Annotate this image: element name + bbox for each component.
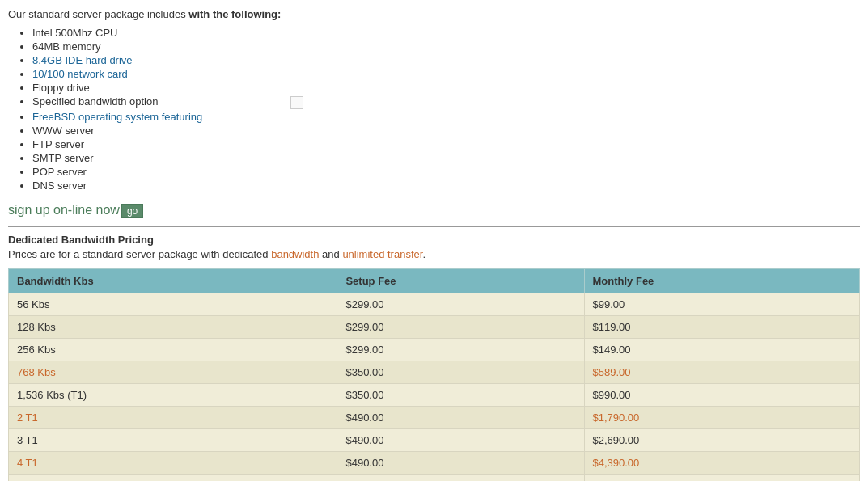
list-item: 10/100 network card [32,68,860,80]
freebsd-link[interactable]: FreeBSD operating system featuring [32,111,202,123]
list-item: DNS server [32,179,860,192]
intro-text-before: Our standard server package includes [8,8,188,20]
list-item: 64MB memory [32,40,860,53]
list-item: POP server [32,166,860,178]
col-header-setup: Setup Fee [337,268,584,293]
cell-bandwidth: 2 T1 [9,406,337,428]
list-item: Specified bandwidth option [32,95,860,109]
cell-bandwidth: 5 T1 [9,474,337,481]
list-item: Intel 500Mhz CPU [32,27,860,39]
list-item: SMTP server [32,152,860,164]
list-item: FTP server [32,138,860,150]
intro-text-bold: with the following: [188,8,281,20]
cell-monthly-fee: $119.00 [584,315,860,338]
cell-monthly-fee: $99.00 [584,293,860,315]
cell-monthly-fee: $4,390.00 [584,474,860,481]
section-divider [8,226,860,227]
intro-paragraph: Our standard server package includes wit… [8,8,860,20]
cell-setup-fee: $490.00 [337,406,584,428]
cell-bandwidth: 768 Kbs [9,361,337,383]
cell-monthly-fee: $149.00 [584,338,860,361]
cell-bandwidth: 4 T1 [9,451,337,474]
signup-section: sign up on-line nowgo [8,203,860,218]
cell-bandwidth: 128 Kbs [9,315,337,338]
cell-monthly-fee: $2,690.00 [584,428,860,451]
list-item: FreeBSD operating system featuring [32,111,860,123]
cell-monthly-fee: $589.00 [584,361,860,383]
hard-drive-link[interactable]: 8.4GB IDE hard drive [32,54,133,66]
table-row: 256 Kbs$299.00$149.00 [9,338,860,361]
cell-setup-fee: $299.00 [337,338,584,361]
cell-setup-fee: $350.00 [337,383,584,406]
cell-monthly-fee: $990.00 [584,383,860,406]
table-row: 4 T1$490.00$4,390.00 [9,451,860,474]
feature-list: Intel 500Mhz CPU 64MB memory 8.4GB IDE h… [32,27,860,192]
list-item: WWW server [32,124,860,137]
cell-monthly-fee: $4,390.00 [584,451,860,474]
pricing-table: Bandwidth Kbs Setup Fee Monthly Fee 56 K… [8,268,860,481]
subtitle-text-after: . [422,248,426,260]
cell-bandwidth: 56 Kbs [9,293,337,315]
cell-monthly-fee: $1,790.00 [584,406,860,428]
table-row: 2 T1$490.00$1,790.00 [9,406,860,428]
cell-setup-fee: $299.00 [337,315,584,338]
subtitle-text-middle: and [319,248,342,260]
list-item: Floppy drive [32,82,860,94]
table-row: 768 Kbs$350.00$589.00 [9,361,860,383]
table-row: 128 Kbs$299.00$119.00 [9,315,860,338]
col-header-monthly: Monthly Fee [584,268,860,293]
unlimited-transfer-link[interactable]: unlimited transfer [342,248,422,260]
signup-text: sign up on-line now [8,203,120,217]
cell-setup-fee: $490.00 [337,428,584,451]
cell-bandwidth: 256 Kbs [9,338,337,361]
placeholder-image [290,95,303,109]
cell-setup-fee: $490.00 [337,451,584,474]
network-card-link[interactable]: 10/100 network card [32,68,128,80]
cell-setup-fee: $299.00 [337,293,584,315]
col-header-bandwidth: Bandwidth Kbs [9,268,337,293]
table-row: 1,536 Kbs (T1)$350.00$990.00 [9,383,860,406]
cell-setup-fee: $350.00 [337,361,584,383]
pricing-section-title: Dedicated Bandwidth Pricing [8,234,860,246]
cell-bandwidth: 3 T1 [9,428,337,451]
table-header-row: Bandwidth Kbs Setup Fee Monthly Fee [9,268,860,293]
list-item: 8.4GB IDE hard drive [32,54,860,66]
cell-bandwidth: 1,536 Kbs (T1) [9,383,337,406]
table-row: 5 T1$490.00$4,390.00 [9,474,860,481]
cell-setup-fee: $490.00 [337,474,584,481]
subtitle-text-before: Prices are for a standard server package… [8,248,271,260]
signup-go-button[interactable]: go [121,204,143,218]
table-row: 56 Kbs$299.00$99.00 [9,293,860,315]
table-row: 3 T1$490.00$2,690.00 [9,428,860,451]
pricing-section-subtitle: Prices are for a standard server package… [8,248,860,260]
bandwidth-link[interactable]: bandwidth [271,248,319,260]
